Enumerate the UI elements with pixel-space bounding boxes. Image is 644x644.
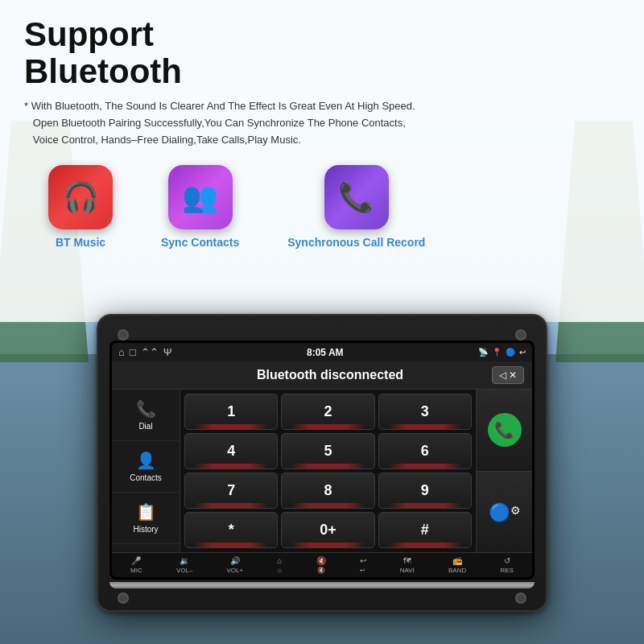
bt-settings-area[interactable]: 🔵⚙ [477,472,532,553]
key-4[interactable]: 4 [184,433,278,469]
delete-arrow-icon: ◁ [499,369,506,381]
navi-label: NAVI [400,567,415,574]
bt-music-label: BT Music [56,236,105,249]
mic-icon: 🎤 [131,556,141,565]
vol-plus-label: VOL+ [226,567,243,574]
mute-icon: 🔇 [316,556,326,565]
contacts-label: Contacts [130,473,161,482]
sync-call-icon: 📞 [324,165,389,229]
car-unit-device: ⌂ □ ⌃⌃ Ψ 8:05 AM 📡 📍 🔵 ↩ [97,314,547,612]
status-bar: ⌂ □ ⌃⌃ Ψ 8:05 AM 📡 📍 🔵 ↩ [112,343,532,361]
bottom-band[interactable]: 📻 BAND [448,556,466,574]
key-6[interactable]: 6 [378,433,472,469]
key-8[interactable]: 8 [281,473,374,509]
vol-plus-icon: 🔊 [230,556,240,565]
dial-phone-icon: 📞 [136,399,156,419]
device-outer-shell: ⌂ □ ⌃⌃ Ψ 8:05 AM 📡 📍 🔵 ↩ [97,314,547,612]
up-icon: ⌃⌃ [141,346,159,358]
bottom-mute[interactable]: 🔇 🔇 [316,556,326,574]
vol-minus-label: VOL– [176,567,192,574]
bluetooth-icon: 🔵 [506,348,515,357]
bottom-res[interactable]: ↺ RES [500,556,513,574]
contacts-person-icon: 👤 [136,451,156,470]
navi-icon: 🗺 [403,556,411,565]
bt-delete-button[interactable]: ◁ ✕ [492,366,524,384]
sync-contacts-icon: 👥 [168,165,233,229]
back-nav-icon: ↩ [360,556,366,565]
bottom-back[interactable]: ↩ ↩ [360,556,366,574]
device-bottom-strip [109,582,535,588]
device-screen: ⌂ □ ⌃⌃ Ψ 8:05 AM 📡 📍 🔵 ↩ [112,343,532,577]
content-panel: Support Bluetooth * With Bluetooth, The … [0,0,644,322]
window-icon: □ [130,346,136,358]
key-0[interactable]: 0+ [281,512,374,548]
key-9[interactable]: 9 [378,473,472,509]
bt-music-icon: 🎧 [48,165,113,229]
screen-border: ⌂ □ ⌃⌃ Ψ 8:05 AM 📡 📍 🔵 ↩ [109,341,535,580]
vol-minus-icon: 🔉 [180,556,189,565]
band-label: BAND [448,567,466,574]
status-left-icons: ⌂ □ ⌃⌃ Ψ [118,346,172,358]
back-nav-label: ↩ [360,567,365,574]
bottom-navi[interactable]: 🗺 NAVI [400,556,415,574]
key-hash[interactable]: # [378,512,472,548]
bottom-control-bar: 🎤 MIC 🔉 VOL– 🔊 VOL+ ⌂ ⌂ [112,552,532,577]
phone-right-panel: 📞 🔵⚙ [476,390,532,552]
page-description: * With Bluetooth, The Sound Is Clearer A… [24,98,620,148]
sidebar-contacts[interactable]: 👤 Contacts [112,441,180,493]
sync-call-label: Synchronous Call Record [287,236,425,249]
phone-keypad: 1 2 3 4 5 6 7 8 9 * 0+ # [180,390,476,552]
usb-icon: Ψ [163,346,172,358]
location-icon: 📍 [492,348,502,357]
mic-label: MIC [130,567,142,574]
key-5[interactable]: 5 [281,433,374,469]
key-7[interactable]: 7 [184,473,278,509]
feature-bt-music: 🎧 BT Music [48,165,113,249]
home-icon: ⌂ [118,346,125,358]
mount-holes-bottom [109,592,535,604]
key-2[interactable]: 2 [281,394,374,430]
bluetooth-settings-icon[interactable]: 🔵⚙ [489,501,521,523]
key-3[interactable]: 3 [378,394,472,430]
status-right-icons: 📡 📍 🔵 ↩ [478,348,526,357]
phone-interface: 📞 Dial 👤 Contacts 📋 History [112,390,532,552]
bottom-mic[interactable]: 🎤 MIC [130,556,142,574]
history-list-icon: 📋 [136,502,156,522]
dial-label: Dial [138,422,152,431]
bottom-vol-plus[interactable]: 🔊 VOL+ [226,556,243,574]
band-icon: 📻 [452,556,462,565]
sidebar-dial[interactable]: 📞 Dial [112,390,180,441]
history-label: History [133,525,158,534]
feature-sync-call: 📞 Synchronous Call Record [287,165,425,249]
res-label: RES [500,567,513,574]
delete-x-icon: ✕ [509,369,517,381]
features-row: 🎧 BT Music 👥 Sync Contacts 📞 Synchronous… [48,165,620,249]
status-time: 8:05 AM [307,347,344,358]
page-title: Support Bluetooth [24,16,620,90]
key-1[interactable]: 1 [184,394,278,430]
bt-status-text: Bluetooth disconnected [168,368,492,382]
sync-contacts-label: Sync Contacts [161,236,239,249]
sidebar-history[interactable]: 📋 History [112,493,180,544]
mute-label: 🔇 [317,567,325,574]
mount-hole-left [118,329,129,341]
key-star[interactable]: * [184,512,278,548]
bottom-home[interactable]: ⌂ ⌂ [277,556,282,574]
mount-hole-bottom-right [515,592,526,604]
mount-holes-top [109,329,535,341]
mount-hole-right [515,329,526,341]
phone-sidebar: 📞 Dial 👤 Contacts 📋 History [112,390,180,552]
back-icon: ↩ [519,348,526,357]
call-accept-area[interactable]: 📞 [477,390,532,472]
mount-hole-bottom-left [118,592,129,604]
cast-icon: 📡 [478,348,488,357]
bottom-vol-minus[interactable]: 🔉 VOL– [176,556,192,574]
home-nav-label: ⌂ [278,567,282,574]
feature-sync-contacts: 👥 Sync Contacts [161,165,239,249]
bt-status-bar: Bluetooth disconnected ◁ ✕ [112,361,532,390]
res-icon: ↺ [504,556,510,565]
home-nav-icon: ⌂ [277,556,282,565]
call-accept-button[interactable]: 📞 [488,413,522,447]
